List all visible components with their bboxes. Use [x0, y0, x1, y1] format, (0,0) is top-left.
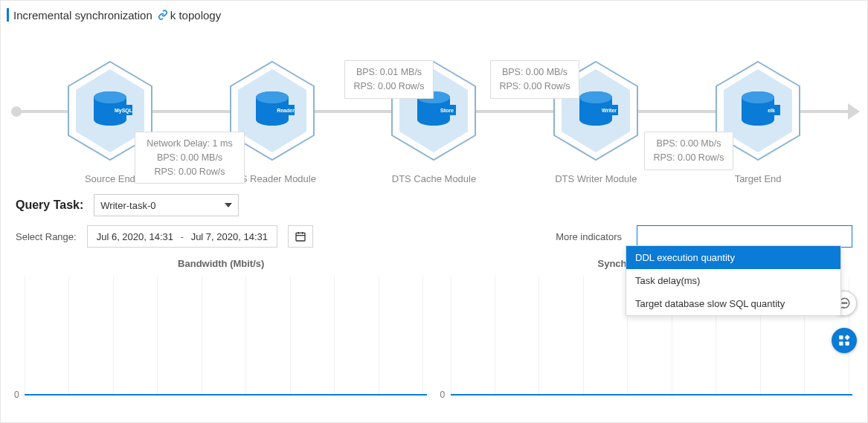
- tooltip-line: BPS: 0.01 MB/s: [353, 65, 425, 80]
- y-axis-zero: 0: [440, 390, 446, 400]
- topology-diagram: MySQL Source End Reader: [8, 39, 860, 188]
- tooltip-line: Network Delay: 1 ms: [143, 137, 237, 151]
- tooltip-line: BPS: 0.00 MB/s: [498, 65, 571, 80]
- svg-point-24: [742, 91, 774, 103]
- node-badge: Writer: [602, 108, 617, 113]
- tooltip-line: BPS: 0.00 MB/s: [143, 151, 237, 165]
- tooltip-cache: BPS: 0.00 MB/s RPS: 0.00 Row/s: [490, 60, 579, 99]
- tooltip-source: Network Delay: 1 ms BPS: 0.00 MB/s RPS: …: [135, 132, 245, 184]
- title-accent: [7, 8, 9, 22]
- date-dash: -: [181, 231, 184, 242]
- chart-title: Bandwidth (Mbit/s): [8, 258, 434, 269]
- select-range-label: Select Range:: [16, 231, 77, 242]
- node-badge: MySQL: [115, 108, 133, 114]
- tooltip-reader: BPS: 0.01 MB/s RPS: 0.00 Row/s: [344, 60, 434, 99]
- tooltip-line: RPS: 0.00 Row/s: [353, 80, 425, 94]
- query-task-select[interactable]: Writer-task-0: [94, 194, 239, 216]
- apps-button[interactable]: [832, 328, 857, 353]
- chart-bandwidth: Bandwidth (Mbit/s) 0: [8, 258, 434, 403]
- svg-point-32: [846, 303, 846, 303]
- link-icon: [157, 9, 169, 21]
- svg-rect-35: [839, 342, 843, 346]
- svg-point-4: [94, 91, 126, 103]
- more-indicators-dropdown[interactable]: DDL execution quantity Task delay(ms) Ta…: [626, 245, 841, 316]
- calendar-button[interactable]: [288, 225, 313, 248]
- chart-plot-area: 0: [25, 277, 427, 395]
- svg-point-19: [579, 91, 612, 103]
- svg-rect-26: [296, 233, 305, 241]
- svg-rect-33: [839, 335, 843, 339]
- page-title-bar: Incremental synchronization k topology: [1, 1, 867, 26]
- svg-rect-34: [844, 335, 849, 340]
- tooltip-line: RPS: 0.00 Row/s: [143, 165, 237, 179]
- node-label: Source End: [85, 173, 135, 184]
- more-indicators-input[interactable]: [637, 225, 852, 248]
- chart-series-line: [25, 394, 427, 395]
- svg-point-30: [842, 303, 843, 303]
- node-label: DTS Cache Module: [392, 173, 476, 184]
- tooltip-line: RPS: 0.00 Row/s: [652, 151, 725, 165]
- tooltip-line: RPS: 0.00 Row/s: [498, 80, 571, 94]
- node-badge: Reader: [277, 108, 295, 113]
- more-indicators-label: More indicators: [556, 231, 622, 242]
- node-label: Target End: [735, 173, 782, 184]
- svg-point-9: [256, 91, 289, 103]
- dropdown-item-delay[interactable]: Task delay(ms): [626, 269, 840, 292]
- date-range-input[interactable]: Jul 6, 2020, 14:31 - Jul 7, 2020, 14:31: [87, 225, 277, 248]
- dropdown-item-slowsql[interactable]: Target database slow SQL quantity: [626, 292, 840, 315]
- y-axis-zero: 0: [14, 390, 19, 400]
- calendar-icon: [295, 230, 306, 242]
- node-label: DTS Writer Module: [555, 173, 637, 184]
- date-start: Jul 6, 2020, 14:31: [97, 231, 173, 242]
- query-task-label: Query Task:: [16, 198, 83, 212]
- svg-rect-36: [846, 342, 849, 346]
- dropdown-item-ddl[interactable]: DDL execution quantity: [626, 246, 840, 269]
- node-badge: elk: [768, 108, 775, 113]
- apps-icon: [838, 334, 851, 347]
- chart-series-line: [451, 394, 853, 395]
- tooltip-writer: BPS: 0.00 Mb/s RPS: 0.00 Row/s: [644, 132, 733, 170]
- node-badge: Store: [441, 108, 454, 113]
- date-end: Jul 7, 2020, 14:31: [191, 231, 268, 242]
- tooltip-line: BPS: 0.00 Mb/s: [652, 137, 725, 151]
- page-title-suffix: k topology: [170, 9, 221, 22]
- page-title-prefix: Incremental synchronization: [13, 9, 152, 22]
- svg-point-31: [844, 303, 845, 303]
